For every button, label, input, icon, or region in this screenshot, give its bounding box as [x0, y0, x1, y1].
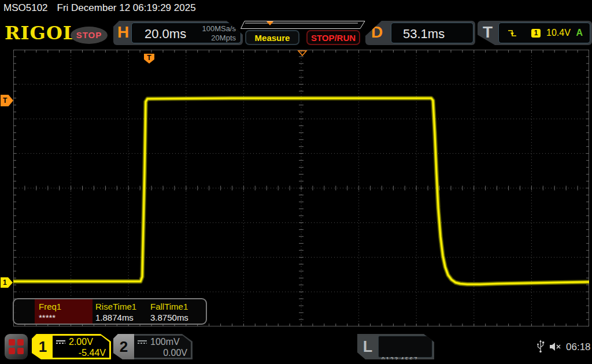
oscilloscope-screen: MSO5102Fri December 12 06:19:29 2025 RIG… — [0, 0, 592, 364]
dc-coupling-icon — [56, 340, 65, 344]
memory-position-svg — [240, 21, 365, 29]
channel2-offset: 0.00V — [138, 348, 187, 358]
measure-button[interactable]: Measure — [245, 30, 299, 45]
measurement-panel[interactable]: Freq1 ***** RiseTime1 1.8874ms FallTime1… — [13, 298, 207, 325]
trigger-value-box: 1 10.4V A — [498, 23, 590, 43]
logic-row1: 0 1 2 3 4 5 6 7 — [382, 355, 428, 364]
channel1-offset: -5.44V — [56, 348, 106, 358]
horizontal-label: H — [117, 23, 129, 42]
logic-channels-badge[interactable]: L 0 1 2 3 4 5 6 7 8 9 10 11 12 13 14 15 — [357, 334, 434, 359]
acquisition-info: 100MSa/s 20Mpts — [202, 24, 236, 43]
horizontal-value-box: 20.0ms 100MSa/s 20Mpts — [131, 23, 241, 43]
datetime: Fri December 12 06:19:29 2025 — [57, 2, 196, 13]
topbar: MSO5102Fri December 12 06:19:29 2025 — [3, 2, 196, 14]
channel1-number: 1 — [32, 334, 54, 359]
measurement-spacer — [14, 299, 35, 324]
channel2-info: 100mV 0.00V — [134, 336, 191, 358]
measurement-value: ***** — [39, 313, 92, 322]
trigger-level-value: 10.4V — [546, 28, 571, 38]
measurement-falltime1[interactable]: FallTime1 3.8750ms — [148, 299, 206, 324]
graticule-svg — [13, 50, 589, 326]
system-time: 06:18 — [566, 341, 591, 353]
measurement-risetime1[interactable]: RiseTime1 1.8874ms — [92, 299, 148, 324]
run-state-badge: STOP — [71, 27, 108, 44]
delay-settings-button[interactable]: D 53.1ms — [365, 21, 475, 45]
measurement-name: RiseTime1 — [95, 302, 148, 311]
usb-icon — [536, 340, 545, 353]
measurement-value: 3.8750ms — [150, 313, 206, 322]
channel1-info: 2.00V -5.44V — [53, 336, 109, 358]
timebase-value: 20.0ms — [145, 27, 186, 42]
delay-value-box: 53.1ms — [391, 23, 473, 43]
delay-label: D — [371, 23, 383, 42]
falling-edge-trigger-icon — [507, 29, 517, 38]
waveform-memory-bar[interactable] — [240, 21, 365, 29]
logic-label: L — [357, 334, 378, 359]
menu-grid-button[interactable] — [5, 334, 28, 359]
measurement-freq1[interactable]: Freq1 ***** — [35, 299, 92, 324]
memory-depth: 20Mpts — [202, 34, 236, 43]
delay-value: 53.1ms — [403, 27, 445, 42]
waveform-display — [13, 50, 589, 326]
measurement-name: FallTime1 — [150, 302, 206, 311]
trigger-label: T — [483, 23, 493, 42]
measurement-value: 1.8874ms — [95, 313, 148, 322]
rigol-logo: RIGOL — [5, 22, 76, 44]
channel1-scale: 2.00V — [69, 337, 93, 347]
channel1-badge[interactable]: 1 2.00V -5.44V — [32, 334, 111, 359]
channel1-position-marker[interactable]: 1 — [1, 277, 13, 288]
horizontal-settings-button[interactable]: H 20.0ms 100MSa/s 20Mpts — [113, 21, 243, 45]
dc-coupling-icon — [138, 340, 147, 344]
channel2-scale: 100mV — [150, 337, 180, 347]
channel2-badge[interactable]: 2 100mV 0.00V — [113, 334, 193, 359]
stop-run-button[interactable]: STOP/RUN — [306, 30, 360, 45]
measurement-name: Freq1 — [39, 302, 92, 311]
model-name: MSO5102 — [3, 2, 48, 13]
speaker-muted-icon[interactable] — [549, 342, 563, 351]
channel2-number: 2 — [113, 334, 134, 359]
logic-channel-list: 0 1 2 3 4 5 6 7 8 9 10 11 12 13 14 15 — [378, 336, 432, 358]
trigger-mode: A — [576, 28, 583, 38]
trigger-level-marker[interactable]: T — [1, 95, 13, 106]
trigger-settings-button[interactable]: T 1 10.4V A — [478, 21, 592, 45]
sample-rate: 100MSa/s — [202, 24, 236, 34]
trigger-source-badge: 1 — [531, 29, 541, 38]
